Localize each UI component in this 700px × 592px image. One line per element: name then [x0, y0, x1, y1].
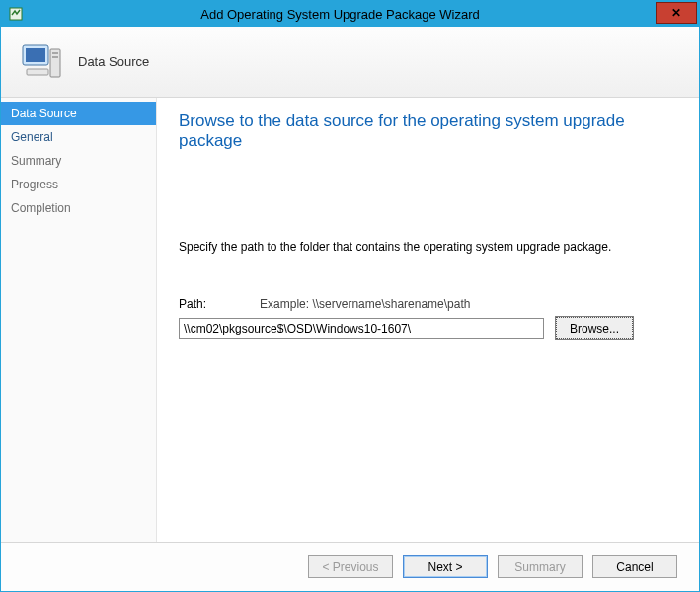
instruction-text: Specify the path to the folder that cont… [179, 240, 677, 254]
page-heading: Browse to the data source for the operat… [179, 111, 677, 151]
wizard-banner: Data Source [1, 27, 699, 98]
close-button[interactable]: ✕ [656, 2, 697, 24]
computer-icon [19, 39, 64, 85]
wizard-sidebar: Data Source General Summary Progress Com… [1, 98, 157, 542]
path-example: Example: \\servername\sharename\path [260, 297, 470, 311]
sidebar-item-completion: Completion [1, 196, 156, 220]
sidebar-item-data-source[interactable]: Data Source [1, 102, 156, 125]
wizard-body: Data Source General Summary Progress Com… [1, 98, 699, 542]
title-bar: Add Operating System Upgrade Package Wiz… [1, 1, 699, 27]
sidebar-item-general[interactable]: General [1, 125, 156, 149]
previous-button: < Previous [308, 555, 393, 578]
wizard-window: Add Operating System Upgrade Package Wiz… [0, 0, 700, 592]
svg-rect-6 [27, 69, 48, 75]
sidebar-item-progress: Progress [1, 173, 156, 196]
browse-button[interactable]: Browse... [556, 317, 633, 339]
path-label: Path: [179, 297, 206, 311]
window-title: Add Operating System Upgrade Package Wiz… [25, 7, 656, 22]
wizard-main: Browse to the data source for the operat… [157, 98, 699, 542]
sidebar-item-summary: Summary [1, 149, 156, 173]
svg-rect-4 [52, 52, 58, 54]
path-label-row: Path: Example: \\servername\sharename\pa… [179, 297, 677, 311]
path-input-row: Browse... [179, 317, 677, 339]
cancel-button[interactable]: Cancel [592, 555, 677, 578]
svg-rect-2 [26, 48, 45, 62]
svg-rect-0 [10, 8, 22, 20]
next-button[interactable]: Next > [403, 555, 488, 578]
path-input[interactable] [179, 318, 544, 339]
banner-step-title: Data Source [78, 54, 149, 69]
svg-rect-5 [52, 56, 58, 58]
close-icon: ✕ [671, 6, 681, 20]
wizard-footer: < Previous Next > Summary Cancel [1, 542, 699, 591]
summary-button: Summary [498, 555, 583, 578]
app-icon [7, 5, 25, 23]
